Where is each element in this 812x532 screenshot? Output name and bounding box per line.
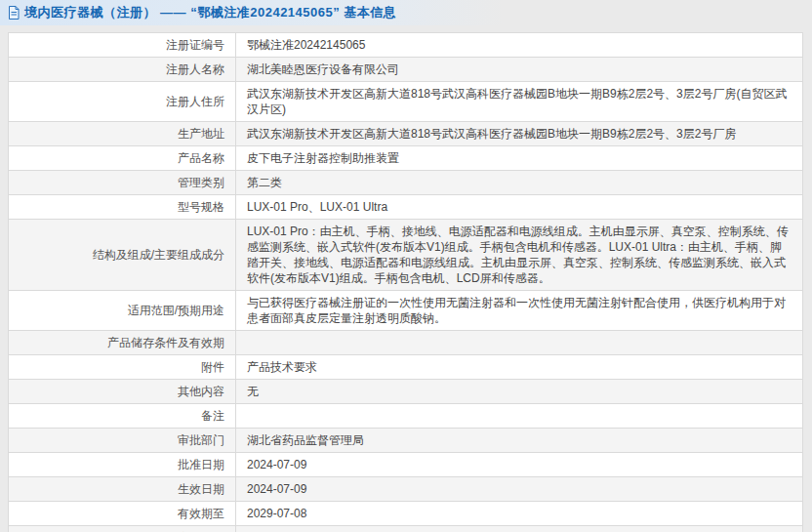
table-row: 生产地址 武汉东湖新技术开发区高新大道818号武汉高科医疗器械园B地块一期B9栋… (9, 122, 803, 146)
row-label: 注册人住所 (9, 82, 236, 122)
row-label: 备注 (9, 404, 236, 429)
table-row: 有效期至 2029-07-08 (9, 502, 803, 526)
row-value (236, 331, 803, 355)
row-label: 其他内容 (9, 380, 236, 404)
row-label: 生产地址 (9, 122, 236, 146)
row-label: 审批部门 (9, 429, 236, 453)
table-row: 附件 产品技术要求 (9, 355, 803, 380)
row-value: 皮下电子注射器控制助推装置 (236, 146, 803, 171)
table-row: 型号规格 LUX-01 Pro、LUX-01 Ultra (9, 195, 803, 220)
table-row: 变更情况 (9, 526, 803, 532)
row-label: 产品储存条件及有效期 (9, 331, 236, 355)
row-value: 鄂械注准20242145065 (236, 33, 803, 58)
page-title: 境内医疗器械（注册） —— “鄂械注准20242145065” 基本信息 (24, 4, 396, 21)
row-label: 有效期至 (9, 502, 236, 526)
row-value: LUX-01 Pro、LUX-01 Ultra (236, 195, 803, 220)
table-row: 注册证编号 鄂械注准20242145065 (9, 33, 803, 58)
row-value: 与已获得医疗器械注册证的一次性使用无菌注射器和一次性使用无菌注射针配合使用，供医… (236, 291, 803, 331)
table-row: 适用范围/预期用途 与已获得医疗器械注册证的一次性使用无菌注射器和一次性使用无菌… (9, 291, 803, 331)
row-label: 型号规格 (9, 195, 236, 220)
row-label: 适用范围/预期用途 (9, 291, 236, 331)
row-value (236, 526, 803, 532)
row-value: 武汉东湖新技术开发区高新大道818号武汉高科医疗器械园B地块一期B9栋2层2号、… (236, 82, 803, 122)
row-value: 产品技术要求 (236, 355, 803, 380)
table-row: 生效日期 2024-07-09 (9, 477, 803, 502)
row-value (236, 404, 803, 429)
row-label: 生效日期 (9, 477, 236, 502)
table-row: 管理类别 第二类 (9, 171, 803, 195)
row-value: 湖北美睦恩医疗设备有限公司 (236, 58, 803, 82)
row-value: LUX-01 Pro：由主机、手柄、接地线、电源适配器和电源线组成。主机由显示屏… (236, 220, 803, 291)
row-label: 管理类别 (9, 171, 236, 195)
row-label: 变更情况 (9, 526, 236, 532)
row-value: 2024-07-09 (236, 477, 803, 502)
row-value: 无 (236, 380, 803, 404)
row-value: 2029-07-08 (236, 502, 803, 526)
row-value: 湖北省药品监督管理局 (236, 429, 803, 453)
table-row: 备注 (9, 404, 803, 429)
row-value: 第二类 (236, 171, 803, 195)
table-row: 注册人住所 武汉东湖新技术开发区高新大道818号武汉高科医疗器械园B地块一期B9… (9, 82, 803, 122)
table-row: 注册人名称 湖北美睦恩医疗设备有限公司 (9, 58, 803, 82)
table-row: 产品储存条件及有效期 (9, 331, 803, 355)
document-icon (8, 6, 20, 20)
row-label: 结构及组成/主要组成成分 (9, 220, 236, 291)
row-label: 注册人名称 (9, 58, 236, 82)
page-header: 境内医疗器械（注册） —— “鄂械注准20242145065” 基本信息 (0, 0, 812, 25)
table-row: 审批部门 湖北省药品监督管理局 (9, 429, 803, 453)
row-label: 批准日期 (9, 453, 236, 477)
registration-info-table: 注册证编号 鄂械注准20242145065 注册人名称 湖北美睦恩医疗设备有限公… (8, 32, 803, 532)
row-value: 武汉东湖新技术开发区高新大道818号武汉高科医疗器械园B地块一期B9栋2层2号、… (236, 122, 803, 146)
table-row: 其他内容 无 (9, 380, 803, 404)
row-value: 2024-07-09 (236, 453, 803, 477)
row-label: 注册证编号 (9, 33, 236, 58)
table-row: 批准日期 2024-07-09 (9, 453, 803, 477)
table-row: 结构及组成/主要组成成分 LUX-01 Pro：由主机、手柄、接地线、电源适配器… (9, 220, 803, 291)
row-label: 产品名称 (9, 146, 236, 171)
row-label: 附件 (9, 355, 236, 380)
table-row: 产品名称 皮下电子注射器控制助推装置 (9, 146, 803, 171)
